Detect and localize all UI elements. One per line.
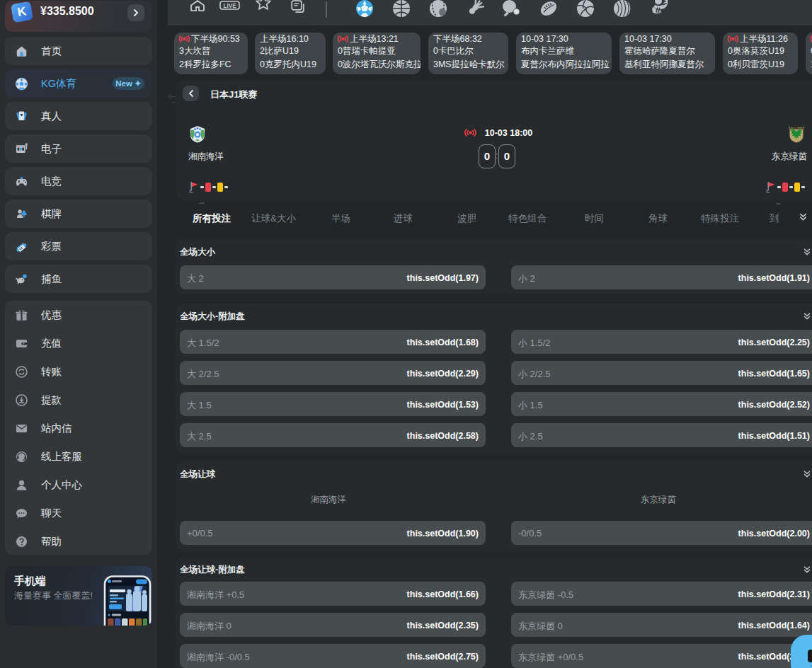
svg-text:TOKYO VERDY: TOKYO VERDY (789, 127, 805, 129)
svg-text:LIVE: LIVE (223, 3, 236, 9)
